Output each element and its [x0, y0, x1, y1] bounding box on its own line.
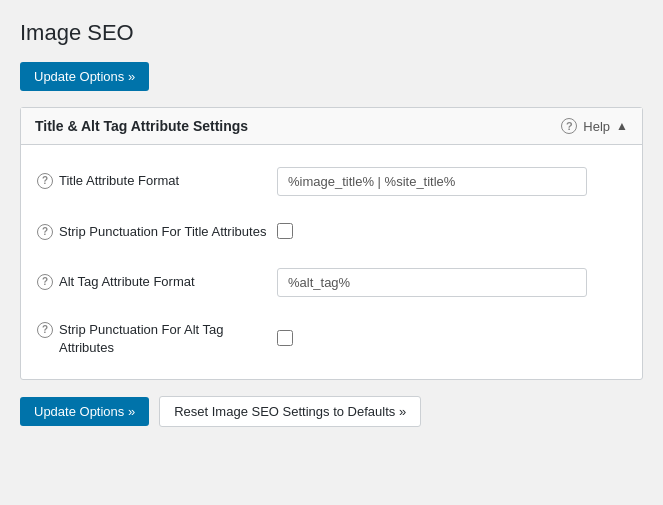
strip-punctuation-title-question-icon[interactable]: ? — [37, 224, 53, 240]
strip-punctuation-title-text: Strip Punctuation For Title Attributes — [59, 223, 266, 241]
settings-panel: Title & Alt Tag Attribute Settings ? Hel… — [20, 107, 643, 380]
update-options-bottom-button[interactable]: Update Options » — [20, 397, 149, 426]
footer-buttons: Update Options » Reset Image SEO Setting… — [20, 396, 643, 427]
strip-punctuation-alt-checkbox[interactable] — [277, 330, 293, 346]
title-attribute-format-text: Title Attribute Format — [59, 172, 179, 190]
alt-tag-attribute-format-text: Alt Tag Attribute Format — [59, 273, 195, 291]
alt-tag-attribute-format-control — [277, 268, 626, 297]
title-attribute-question-icon[interactable]: ? — [37, 173, 53, 189]
collapse-arrow-icon[interactable]: ▲ — [616, 119, 628, 133]
row-title-attribute-format: ? Title Attribute Format — [21, 155, 642, 208]
strip-punctuation-alt-question-icon[interactable]: ? — [37, 322, 53, 338]
strip-punctuation-title-checkbox[interactable] — [277, 223, 293, 239]
help-question-icon[interactable]: ? — [561, 118, 577, 134]
title-attribute-format-label: ? Title Attribute Format — [37, 172, 277, 190]
strip-punctuation-title-control — [277, 223, 626, 242]
title-attribute-format-input[interactable] — [277, 167, 587, 196]
strip-punctuation-alt-text: Strip Punctuation For Alt Tag Attributes — [59, 321, 277, 357]
page-title: Image SEO — [20, 20, 643, 46]
strip-punctuation-title-label: ? Strip Punctuation For Title Attributes — [37, 223, 277, 241]
alt-tag-attribute-question-icon[interactable]: ? — [37, 274, 53, 290]
reset-defaults-button[interactable]: Reset Image SEO Settings to Defaults » — [159, 396, 421, 427]
strip-punctuation-alt-control — [277, 330, 626, 349]
row-alt-tag-attribute-format: ? Alt Tag Attribute Format — [21, 256, 642, 309]
row-strip-punctuation-title: ? Strip Punctuation For Title Attributes — [21, 208, 642, 256]
alt-tag-attribute-format-input[interactable] — [277, 268, 587, 297]
strip-punctuation-alt-label: ? Strip Punctuation For Alt Tag Attribut… — [37, 321, 277, 357]
title-attribute-format-control — [277, 167, 626, 196]
panel-header-title: Title & Alt Tag Attribute Settings — [35, 118, 248, 134]
help-label: Help — [583, 119, 610, 134]
panel-header-right: ? Help ▲ — [561, 118, 628, 134]
panel-header: Title & Alt Tag Attribute Settings ? Hel… — [21, 108, 642, 145]
update-options-top-button[interactable]: Update Options » — [20, 62, 149, 91]
panel-body: ? Title Attribute Format ? Strip Punctua… — [21, 145, 642, 379]
row-strip-punctuation-alt: ? Strip Punctuation For Alt Tag Attribut… — [21, 309, 642, 369]
alt-tag-attribute-format-label: ? Alt Tag Attribute Format — [37, 273, 277, 291]
